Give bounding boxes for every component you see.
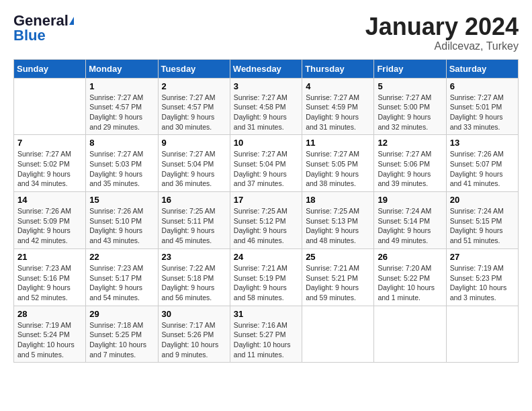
daylight-text: Daylight: 10 hours and 9 minutes. xyxy=(162,340,219,359)
sunrise-text: Sunrise: 7:27 AM xyxy=(306,93,359,101)
calendar-cell: 2 Sunrise: 7:27 AM Sunset: 4:57 PM Dayli… xyxy=(158,78,230,135)
daylight-text: Daylight: 10 hours and 1 minute. xyxy=(378,283,435,302)
day-number: 27 xyxy=(450,252,515,262)
calendar-header-monday: Monday xyxy=(86,59,158,78)
daylight-text: Daylight: 9 hours and 34 minutes. xyxy=(17,170,71,188)
day-info: Sunrise: 7:21 AM Sunset: 5:21 PM Dayligh… xyxy=(306,263,370,303)
calendar-header-tuesday: Tuesday xyxy=(158,59,230,78)
day-info: Sunrise: 7:23 AM Sunset: 5:16 PM Dayligh… xyxy=(17,263,82,303)
day-info: Sunrise: 7:27 AM Sunset: 4:59 PM Dayligh… xyxy=(306,93,370,132)
sunrise-text: Sunrise: 7:25 AM xyxy=(306,207,359,215)
day-number: 1 xyxy=(89,81,154,91)
day-info: Sunrise: 7:20 AM Sunset: 5:22 PM Dayligh… xyxy=(378,263,442,303)
sunset-text: Sunset: 5:17 PM xyxy=(89,274,142,282)
daylight-text: Daylight: 9 hours and 41 minutes. xyxy=(450,170,503,188)
calendar-cell: 28 Sunrise: 7:19 AM Sunset: 5:24 PM Dayl… xyxy=(14,306,86,363)
day-number: 6 xyxy=(450,81,515,91)
day-info: Sunrise: 7:24 AM Sunset: 5:14 PM Dayligh… xyxy=(378,206,442,246)
daylight-text: Daylight: 9 hours and 36 minutes. xyxy=(162,170,215,188)
calendar-cell: 24 Sunrise: 7:21 AM Sunset: 5:19 PM Dayl… xyxy=(230,248,302,306)
day-number: 9 xyxy=(162,138,226,148)
day-info: Sunrise: 7:23 AM Sunset: 5:17 PM Dayligh… xyxy=(89,263,154,303)
calendar-cell: 17 Sunrise: 7:25 AM Sunset: 5:12 PM Dayl… xyxy=(230,192,302,249)
calendar-cell: 18 Sunrise: 7:25 AM Sunset: 5:13 PM Dayl… xyxy=(302,192,374,249)
sunrise-text: Sunrise: 7:27 AM xyxy=(89,150,143,158)
day-info: Sunrise: 7:27 AM Sunset: 5:04 PM Dayligh… xyxy=(162,149,226,189)
calendar-cell xyxy=(374,306,446,363)
day-info: Sunrise: 7:27 AM Sunset: 5:04 PM Dayligh… xyxy=(234,149,298,189)
daylight-text: Daylight: 9 hours and 48 minutes. xyxy=(306,226,359,244)
calendar-week-row-4: 21 Sunrise: 7:23 AM Sunset: 5:16 PM Dayl… xyxy=(14,248,519,306)
calendar-cell: 19 Sunrise: 7:24 AM Sunset: 5:14 PM Dayl… xyxy=(374,192,446,249)
sunset-text: Sunset: 5:07 PM xyxy=(450,160,502,168)
day-number: 7 xyxy=(17,138,82,148)
day-number: 23 xyxy=(162,252,226,262)
calendar-cell: 13 Sunrise: 7:26 AM Sunset: 5:07 PM Dayl… xyxy=(446,135,518,192)
day-info: Sunrise: 7:16 AM Sunset: 5:27 PM Dayligh… xyxy=(234,320,298,360)
day-info: Sunrise: 7:27 AM Sunset: 5:02 PM Dayligh… xyxy=(17,149,82,189)
calendar-body: 1 Sunrise: 7:27 AM Sunset: 4:57 PM Dayli… xyxy=(14,78,519,363)
daylight-text: Daylight: 9 hours and 54 minutes. xyxy=(89,283,142,302)
calendar-cell: 21 Sunrise: 7:23 AM Sunset: 5:16 PM Dayl… xyxy=(14,248,86,306)
sunrise-text: Sunrise: 7:18 AM xyxy=(89,321,143,329)
sunset-text: Sunset: 5:24 PM xyxy=(17,330,70,338)
calendar-week-row-1: 1 Sunrise: 7:27 AM Sunset: 4:57 PM Dayli… xyxy=(14,78,519,135)
day-number: 25 xyxy=(306,252,370,262)
sunrise-text: Sunrise: 7:26 AM xyxy=(17,207,71,215)
day-info: Sunrise: 7:27 AM Sunset: 5:03 PM Dayligh… xyxy=(89,149,154,189)
sunrise-text: Sunrise: 7:24 AM xyxy=(450,207,504,215)
day-number: 8 xyxy=(89,138,154,148)
daylight-text: Daylight: 9 hours and 29 minutes. xyxy=(89,113,142,131)
daylight-text: Daylight: 9 hours and 42 minutes. xyxy=(17,226,71,244)
day-info: Sunrise: 7:27 AM Sunset: 5:00 PM Dayligh… xyxy=(378,93,442,132)
sunrise-text: Sunrise: 7:27 AM xyxy=(89,93,143,101)
day-number: 28 xyxy=(17,309,82,319)
sunset-text: Sunset: 5:05 PM xyxy=(306,160,358,168)
day-info: Sunrise: 7:25 AM Sunset: 5:11 PM Dayligh… xyxy=(162,206,226,246)
calendar-cell: 4 Sunrise: 7:27 AM Sunset: 4:59 PM Dayli… xyxy=(302,78,374,135)
sunrise-text: Sunrise: 7:25 AM xyxy=(234,207,287,215)
daylight-text: Daylight: 9 hours and 59 minutes. xyxy=(306,283,359,302)
sunrise-text: Sunrise: 7:19 AM xyxy=(17,321,71,329)
day-info: Sunrise: 7:19 AM Sunset: 5:23 PM Dayligh… xyxy=(450,263,515,303)
calendar-cell: 22 Sunrise: 7:23 AM Sunset: 5:17 PM Dayl… xyxy=(86,248,158,306)
sunset-text: Sunset: 4:59 PM xyxy=(306,103,358,111)
day-number: 3 xyxy=(234,81,298,91)
day-info: Sunrise: 7:25 AM Sunset: 5:12 PM Dayligh… xyxy=(234,206,298,246)
day-number: 24 xyxy=(234,252,298,262)
day-info: Sunrise: 7:19 AM Sunset: 5:24 PM Dayligh… xyxy=(17,320,82,360)
calendar-header-row: SundayMondayTuesdayWednesdayThursdayFrid… xyxy=(14,59,519,78)
day-info: Sunrise: 7:21 AM Sunset: 5:19 PM Dayligh… xyxy=(234,263,298,303)
day-info: Sunrise: 7:27 AM Sunset: 5:05 PM Dayligh… xyxy=(306,149,370,189)
calendar-cell: 23 Sunrise: 7:22 AM Sunset: 5:18 PM Dayl… xyxy=(158,248,230,306)
sunset-text: Sunset: 5:26 PM xyxy=(162,330,214,338)
calendar-cell: 16 Sunrise: 7:25 AM Sunset: 5:11 PM Dayl… xyxy=(158,192,230,249)
calendar-cell: 11 Sunrise: 7:27 AM Sunset: 5:05 PM Dayl… xyxy=(302,135,374,192)
sunset-text: Sunset: 5:18 PM xyxy=(162,274,214,282)
calendar-cell: 5 Sunrise: 7:27 AM Sunset: 5:00 PM Dayli… xyxy=(374,78,446,135)
sunset-text: Sunset: 5:19 PM xyxy=(234,274,286,282)
day-number: 14 xyxy=(17,195,82,205)
calendar-cell xyxy=(14,78,86,135)
calendar-cell: 27 Sunrise: 7:19 AM Sunset: 5:23 PM Dayl… xyxy=(446,248,518,306)
page-header: General Blue January 2024 Adilcevaz, Tur… xyxy=(13,13,519,52)
sunset-text: Sunset: 5:10 PM xyxy=(89,217,142,225)
daylight-text: Daylight: 9 hours and 39 minutes. xyxy=(378,170,431,188)
day-number: 11 xyxy=(306,138,370,148)
sunset-text: Sunset: 4:57 PM xyxy=(89,103,142,111)
day-number: 16 xyxy=(162,195,226,205)
day-number: 5 xyxy=(378,81,442,91)
day-number: 10 xyxy=(234,138,298,148)
sunset-text: Sunset: 5:11 PM xyxy=(162,217,214,225)
calendar-cell: 6 Sunrise: 7:27 AM Sunset: 5:01 PM Dayli… xyxy=(446,78,518,135)
sunset-text: Sunset: 4:58 PM xyxy=(234,103,286,111)
daylight-text: Daylight: 9 hours and 56 minutes. xyxy=(162,283,215,302)
day-info: Sunrise: 7:27 AM Sunset: 5:06 PM Dayligh… xyxy=(378,149,442,189)
calendar-cell: 7 Sunrise: 7:27 AM Sunset: 5:02 PM Dayli… xyxy=(14,135,86,192)
sunset-text: Sunset: 5:27 PM xyxy=(234,330,286,338)
sunrise-text: Sunrise: 7:27 AM xyxy=(17,150,71,158)
sunrise-text: Sunrise: 7:25 AM xyxy=(162,207,216,215)
calendar-cell: 31 Sunrise: 7:16 AM Sunset: 5:27 PM Dayl… xyxy=(230,306,302,363)
daylight-text: Daylight: 10 hours and 11 minutes. xyxy=(234,340,291,359)
daylight-text: Daylight: 9 hours and 58 minutes. xyxy=(234,283,287,302)
